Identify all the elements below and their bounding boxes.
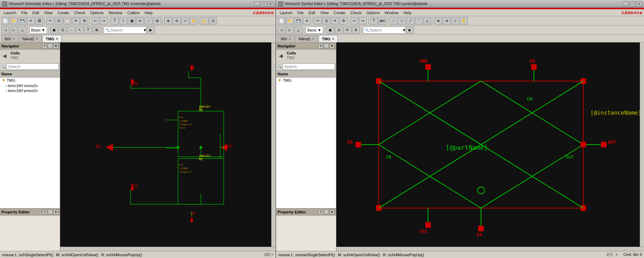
tab-tmg-left-close[interactable]: ✕	[56, 37, 58, 41]
r-tb-copy[interactable]: ⊡	[323, 17, 330, 24]
left-hscrollbar[interactable]	[60, 247, 275, 251]
right-symbol-canvas[interactable]: VDD VSS IN OUT	[336, 42, 640, 247]
menu-file[interactable]: File	[19, 10, 30, 15]
r-tb-rect[interactable]: □	[398, 17, 406, 24]
prop-min-btn-right[interactable]: _	[324, 210, 329, 214]
r-tb-check[interactable]: ✔	[303, 17, 311, 24]
r-tb-zoomout[interactable]: ⊖	[443, 17, 451, 24]
right-menu-launch[interactable]: Launch	[278, 10, 295, 15]
search-dropdown-icon[interactable]: ▼	[143, 28, 147, 32]
right-minimize-button[interactable]: _	[623, 1, 628, 6]
tb2-text2[interactable]: T	[84, 27, 92, 34]
tb-pan[interactable]: ✋	[190, 17, 198, 24]
right-nav-search-input[interactable]	[283, 63, 335, 70]
r-tb-save[interactable]: 💾	[295, 17, 302, 24]
tb-props[interactable]: ⚙	[80, 17, 88, 24]
r-tb2-up[interactable]: △	[295, 27, 302, 34]
prop-help-btn-left[interactable]: ?	[42, 210, 47, 214]
left-schematic-canvas[interactable]: VDD VSS IN OUT EP	[60, 42, 271, 247]
tb2-sel[interactable]: ▣	[50, 27, 58, 34]
right-nav-close-btn[interactable]: ✕	[330, 44, 335, 48]
tb-ruler[interactable]: 📐	[201, 17, 209, 24]
prop-close-btn-left[interactable]: ✕	[53, 210, 58, 214]
right-view-dropdown[interactable]: Basic ▼	[306, 27, 323, 34]
r-tb2-search-go[interactable]: ▶	[406, 27, 414, 34]
tb-port[interactable]: ⊳	[136, 17, 144, 24]
left-vscrollbar[interactable]	[271, 42, 275, 247]
right-nav-back-icon[interactable]: ◄	[278, 52, 284, 60]
right-menu-window[interactable]: Window	[383, 10, 401, 15]
r-tb2-sel[interactable]: ▣	[326, 27, 334, 34]
nav-item-pmos[interactable]: ▪ tsmc18rf pmos2v	[0, 88, 60, 93]
right-menu-options[interactable]: Options	[364, 10, 382, 15]
right-menu-help[interactable]: Help	[401, 10, 414, 15]
tb-snap[interactable]: ⊡	[209, 17, 217, 24]
r-tb-arc[interactable]: ⌒	[415, 17, 423, 24]
prop-help-btn-right[interactable]: ?	[318, 210, 323, 214]
r-tb-line[interactable]: ╱	[406, 17, 414, 24]
tb-copy[interactable]: ⊡	[55, 17, 63, 24]
r-tb-del[interactable]: ✕	[331, 17, 339, 24]
r-tb2-rot[interactable]: ⟳	[343, 27, 351, 34]
right-menu-file[interactable]: File	[295, 10, 306, 15]
tb-save[interactable]: 💾	[18, 17, 26, 24]
r-tb2-sel2[interactable]: ⊡	[335, 27, 343, 34]
tb2-search-go[interactable]: ▶	[147, 27, 155, 34]
menu-view[interactable]: View	[42, 10, 55, 15]
left-search-box[interactable]: 🔍 ▼	[104, 27, 146, 34]
right-search-dropdown-icon[interactable]: ▼	[402, 28, 406, 32]
right-nav-help-btn[interactable]: ?	[318, 44, 323, 48]
right-menu-check[interactable]: Check	[348, 10, 363, 15]
r-tb-undo[interactable]: ↩	[351, 17, 358, 24]
menu-window[interactable]: Window	[107, 10, 125, 15]
tb-fit[interactable]: ⤢	[181, 17, 189, 24]
tb2-next[interactable]: ▷	[10, 27, 18, 34]
nav-back-icon[interactable]: ◄	[1, 52, 8, 60]
menu-options[interactable]: Options	[88, 10, 106, 15]
tb2-prev[interactable]: ◁	[1, 27, 9, 34]
right-menu-edit[interactable]: Edit	[307, 10, 318, 15]
menu-create[interactable]: Create	[55, 10, 71, 15]
r-tb-props[interactable]: ⚙	[340, 17, 347, 24]
right-restore-button[interactable]: □	[629, 1, 635, 6]
tb2-sel2[interactable]: ⊡	[59, 27, 67, 34]
tab-nand2-left[interactable]: NAnd2 ✕	[19, 35, 42, 42]
r-tb-poly[interactable]: △	[423, 17, 431, 24]
tb2-sel3[interactable]: →	[67, 27, 75, 34]
tab-nand2-right-close[interactable]: ✕	[312, 37, 315, 41]
r-tb-open[interactable]: 📂	[286, 17, 294, 24]
tb-wire[interactable]: ⌇	[119, 17, 127, 24]
r-tb2-prev[interactable]: ◁	[278, 27, 285, 34]
tb2-sel5[interactable]: ⊠	[93, 27, 101, 34]
right-close-button[interactable]: ✕	[636, 1, 642, 6]
tb-check[interactable]: ✔	[27, 17, 35, 24]
nav-item-nmos[interactable]: ▪ tsmc18rf nmos2v	[0, 83, 60, 88]
tb-open[interactable]: 📂	[10, 17, 18, 24]
tb-move[interactable]: ↕	[145, 17, 153, 24]
right-vscrollbar[interactable]	[640, 42, 644, 247]
prop-min-btn-left[interactable]: _	[48, 210, 53, 214]
menu-help[interactable]: Help	[143, 10, 155, 15]
r-tb-fit[interactable]: ⤢	[451, 17, 459, 24]
tab-nand2-left-close[interactable]: ✕	[36, 37, 39, 41]
nav-min-btn[interactable]: _	[48, 44, 53, 48]
right-nav-min-btn[interactable]: _	[324, 44, 329, 48]
tb-undo[interactable]: ↩	[91, 17, 99, 24]
nav-close-btn[interactable]: ✕	[53, 44, 58, 48]
r-tb-new[interactable]: 📄	[278, 17, 285, 24]
r-tb-text[interactable]: T	[370, 17, 378, 24]
tb-copy2[interactable]: ⊞	[153, 17, 161, 24]
right-hscrollbar[interactable]	[336, 247, 644, 251]
nav-help-btn[interactable]: ?	[42, 44, 47, 48]
tb-new[interactable]: 📄	[1, 17, 9, 24]
prop-close-btn-right[interactable]: ✕	[330, 210, 335, 214]
r-tb-cut[interactable]: ✂	[314, 17, 322, 24]
menu-check[interactable]: Check	[72, 10, 87, 15]
tb-redo[interactable]: ↪	[100, 17, 108, 24]
left-search-input[interactable]	[110, 28, 142, 32]
tab-inv-left-close[interactable]: ✕	[12, 37, 15, 41]
tab-inv-right-close[interactable]: ✕	[289, 37, 291, 41]
r-tb-zoomin[interactable]: ⊕	[434, 17, 442, 24]
tab-tmg-right[interactable]: TMG ✕	[319, 35, 338, 42]
tb2-sel4[interactable]: ↖	[76, 27, 84, 34]
